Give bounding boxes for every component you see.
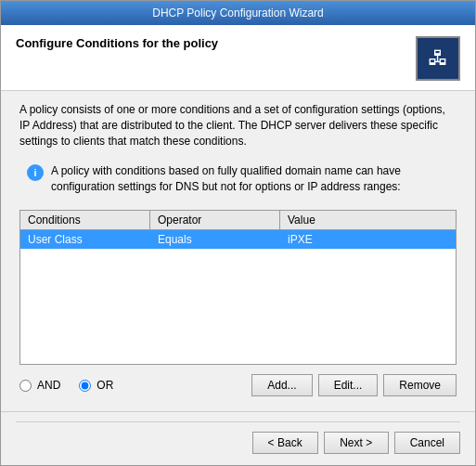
radio-section: AND OR Add... Edit... Remove: [19, 374, 457, 396]
cell-value: iPXE: [280, 230, 456, 249]
radio-and-label[interactable]: AND: [37, 379, 60, 392]
header-title: Configure Conditions for the policy: [16, 36, 218, 50]
radio-or-label[interactable]: OR: [96, 379, 113, 392]
action-buttons: Add... Edit... Remove: [251, 374, 457, 396]
footer-section: < Back Next > Cancel: [1, 411, 475, 465]
radio-and[interactable]: [19, 380, 32, 392]
nav-buttons: < Back Next > Cancel: [16, 432, 460, 454]
network-icon: 🖧: [428, 46, 448, 71]
footer-separator: [16, 421, 460, 422]
table-row[interactable]: User Class Equals iPXE: [20, 230, 456, 249]
table-header: Conditions Operator Value: [20, 211, 456, 230]
col-value: Value: [280, 211, 456, 229]
wizard-icon: 🖧: [416, 36, 460, 81]
radio-and-group: AND: [19, 379, 60, 392]
cell-operator: Equals: [150, 230, 280, 249]
col-operator: Operator: [150, 211, 280, 229]
radio-or-group: OR: [79, 379, 113, 392]
radio-or[interactable]: [79, 380, 91, 392]
window-title: DHCP Policy Configuration Wizard: [152, 6, 324, 19]
cancel-button[interactable]: Cancel: [394, 432, 460, 454]
next-button[interactable]: Next >: [324, 432, 389, 454]
info-text: A policy with conditions based on fully …: [51, 163, 449, 195]
cell-conditions: User Class: [20, 230, 150, 249]
wizard-window: DHCP Policy Configuration Wizard Configu…: [0, 0, 476, 466]
title-bar: DHCP Policy Configuration Wizard: [1, 1, 475, 25]
add-button[interactable]: Add...: [251, 374, 312, 396]
info-box: i A policy with conditions based on full…: [19, 158, 457, 201]
header-section: Configure Conditions for the policy 🖧: [1, 25, 475, 91]
edit-button[interactable]: Edit...: [318, 374, 379, 396]
body-section: A policy consists of one or more conditi…: [1, 91, 475, 411]
conditions-table: Conditions Operator Value User Class Equ…: [19, 210, 457, 365]
remove-button[interactable]: Remove: [383, 374, 457, 396]
info-icon: i: [27, 164, 44, 181]
content-area: Configure Conditions for the policy 🖧 A …: [1, 25, 475, 411]
col-conditions: Conditions: [20, 211, 150, 229]
back-button[interactable]: < Back: [252, 432, 318, 454]
main-description: A policy consists of one or more conditi…: [19, 102, 457, 149]
